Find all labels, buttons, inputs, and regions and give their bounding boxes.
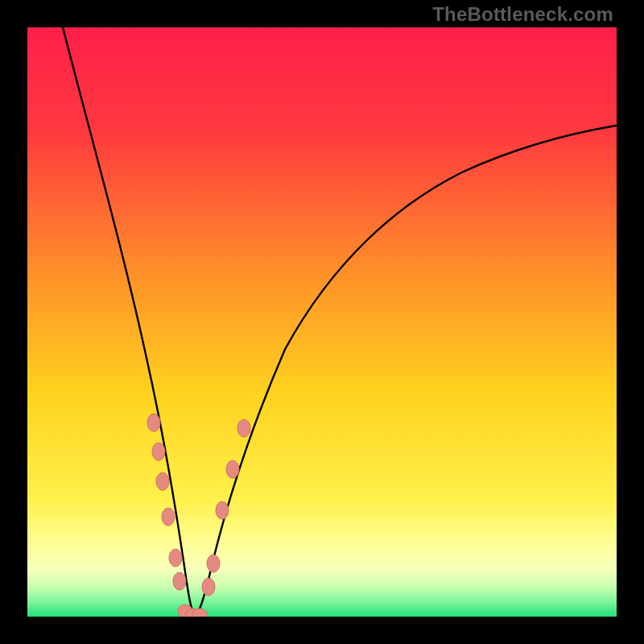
marker-point — [192, 609, 207, 617]
curve-right-branch — [195, 126, 617, 617]
plot-area — [27, 27, 617, 617]
markers-left-cluster — [147, 414, 200, 617]
marker-point — [162, 508, 175, 526]
marker-point — [237, 419, 250, 437]
marker-point — [173, 572, 186, 590]
marker-point — [152, 443, 165, 460]
marker-point — [156, 473, 169, 490]
bottleneck-curve — [27, 27, 617, 617]
chart-frame: TheBottleneck.com — [0, 0, 644, 644]
marker-point — [169, 549, 182, 567]
watermark-text: TheBottleneck.com — [432, 3, 613, 26]
marker-point — [226, 460, 239, 478]
curve-left-branch — [63, 27, 195, 617]
markers-right-cluster — [192, 419, 250, 617]
marker-point — [216, 502, 229, 519]
marker-point — [147, 414, 160, 431]
marker-point — [202, 578, 215, 596]
marker-point — [207, 555, 220, 572]
